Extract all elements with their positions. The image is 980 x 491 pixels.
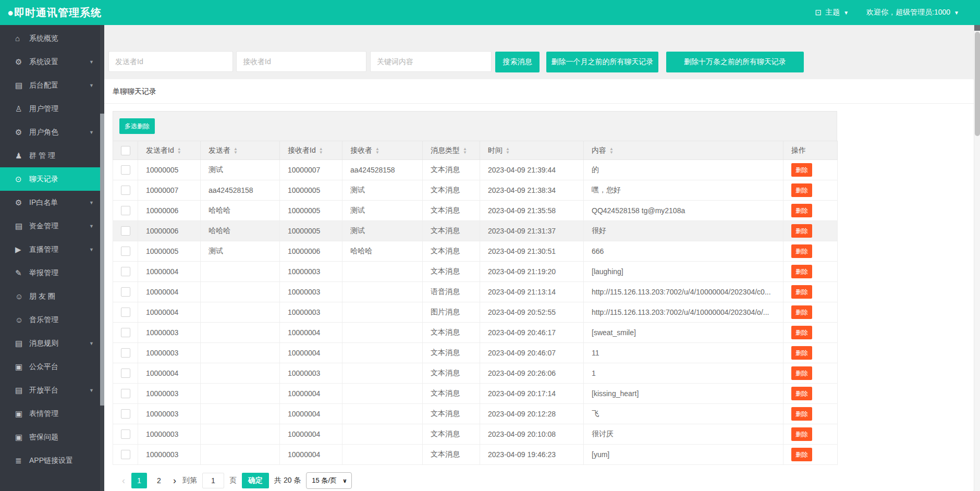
delete-row-button[interactable]: 删除 <box>791 224 812 238</box>
sort-icon[interactable]: ▲▼ <box>319 147 323 154</box>
sidebar-item-link[interactable]: ☺朋 友 圈 <box>0 285 100 308</box>
delete-row-button[interactable]: 删除 <box>791 285 812 299</box>
cell-receiver <box>342 262 423 282</box>
sidebar-item-link[interactable]: ♙用户管理 <box>0 97 100 120</box>
sidebar-item-active[interactable]: ⊙聊天记录 <box>0 167 100 191</box>
sidebar-item-link[interactable]: ▣密保问题 <box>0 425 100 449</box>
row-actions-cell: 删除 <box>783 424 838 445</box>
gear-icon: ⚙ <box>15 57 29 67</box>
prev-page-button[interactable]: ‹ <box>121 473 126 488</box>
page-number-input[interactable] <box>202 473 224 488</box>
sort-icon[interactable]: ▲▼ <box>375 147 379 154</box>
row-checkbox[interactable] <box>121 328 130 337</box>
sidebar-item-link[interactable]: ✎举报管理 <box>0 261 100 285</box>
row-checkbox[interactable] <box>121 226 130 236</box>
sidebar-item-link[interactable]: ⚙用户角色▼ <box>0 120 100 144</box>
row-actions-cell: 删除 <box>783 302 838 323</box>
delete-row-button[interactable]: 删除 <box>791 387 812 400</box>
multi-delete-button[interactable]: 多选删除 <box>119 118 155 134</box>
row-checkbox[interactable] <box>121 450 130 459</box>
row-checkbox[interactable] <box>121 165 130 175</box>
next-page-button[interactable]: › <box>172 473 177 488</box>
sidebar-item-link[interactable]: ▤开放平台▼ <box>0 378 100 402</box>
sidebar-item-link[interactable]: ☺音乐管理 <box>0 308 100 332</box>
row-checkbox[interactable] <box>121 308 130 317</box>
video-icon: ▶ <box>15 245 29 254</box>
sort-icon[interactable]: ▲▼ <box>609 147 614 154</box>
row-checkbox[interactable] <box>121 409 130 419</box>
page-number-button[interactable]: 2 <box>151 473 167 488</box>
row-checkbox[interactable] <box>121 247 130 256</box>
delete-bulk-old-button[interactable]: 删除十万条之前的所有聊天记录 <box>666 52 804 72</box>
sidebar-scrollbar-thumb[interactable] <box>100 114 104 406</box>
row-checkbox[interactable] <box>121 206 130 215</box>
user-dropdown[interactable]: 欢迎你，超级管理员:1000 ▼ <box>866 8 959 17</box>
sidebar-item-link[interactable]: ▣表情管理 <box>0 402 100 425</box>
row-checkbox[interactable] <box>121 389 130 398</box>
sort-icon[interactable]: ▲▼ <box>506 147 510 154</box>
sidebar-item-link[interactable]: ▤后台配置▼ <box>0 73 100 97</box>
cell-time: 2023-04-09 20:52:55 <box>480 302 584 323</box>
delete-row-button[interactable]: 删除 <box>791 427 812 441</box>
column-header: 发送者Id▲▼ <box>138 141 201 160</box>
delete-row-button[interactable]: 删除 <box>791 183 812 197</box>
sort-icon[interactable]: ▲▼ <box>234 147 238 154</box>
scrollbar-up-button[interactable] <box>974 25 980 31</box>
cell-sender-id: 10000004 <box>138 302 201 323</box>
theme-dropdown[interactable]: ⊡ 主题 ▼ <box>815 8 849 17</box>
cell-time: 2023-04-09 21:19:20 <box>480 262 584 282</box>
cell-type: 文本消息 <box>423 343 480 363</box>
row-checkbox[interactable] <box>121 348 130 358</box>
cell-content: [yum] <box>584 445 783 465</box>
cell-time: 2023-04-09 21:13:14 <box>480 282 584 302</box>
cell-sender <box>201 445 280 465</box>
delete-row-button[interactable]: 删除 <box>791 407 812 421</box>
sidebar-item-link[interactable]: ▶直播管理▼ <box>0 238 100 261</box>
column-header-label: 发送者Id <box>146 146 174 154</box>
sidebar-item-link[interactable]: ⚙IP白名单▼ <box>0 191 100 214</box>
sort-icon[interactable]: ▲▼ <box>463 147 467 154</box>
row-checkbox[interactable] <box>121 287 130 297</box>
delete-row-button[interactable]: 删除 <box>791 163 812 177</box>
delete-row-button[interactable]: 删除 <box>791 305 812 319</box>
sender-id-input[interactable] <box>108 51 233 72</box>
delete-row-button[interactable]: 删除 <box>791 204 812 217</box>
search-messages-button[interactable]: 搜索消息 <box>495 52 540 72</box>
select-all-checkbox[interactable] <box>121 146 130 155</box>
cell-receiver <box>342 343 423 363</box>
sidebar-item-link[interactable]: ≣APP链接设置 <box>0 449 100 472</box>
receiver-id-input[interactable] <box>236 51 366 72</box>
cell-receiver-id: 10000005 <box>280 201 342 221</box>
page-scrollbar-thumb[interactable] <box>975 32 980 136</box>
delete-row-button[interactable]: 删除 <box>791 448 812 461</box>
sidebar-item-link[interactable]: ▤资金管理▼ <box>0 214 100 238</box>
row-checkbox[interactable] <box>121 186 130 195</box>
table-row: 1000000310000004文本消息2023-04-09 20:46:071… <box>113 343 838 363</box>
sidebar-item-link[interactable]: ▣公众平台 <box>0 355 100 378</box>
delete-month-old-button[interactable]: 删除一个月之前的所有聊天记录 <box>546 52 658 72</box>
page-number-button[interactable]: 1 <box>131 473 147 488</box>
cell-sender-id: 10000003 <box>138 323 201 343</box>
delete-row-button[interactable]: 删除 <box>791 265 812 278</box>
cell-receiver-id: 10000004 <box>280 384 342 404</box>
sidebar-item-label: 系统设置 <box>29 57 58 67</box>
delete-row-button[interactable]: 删除 <box>791 326 812 339</box>
delete-row-button[interactable]: 删除 <box>791 366 812 380</box>
sidebar-item-link[interactable]: ⚙系统设置▼ <box>0 50 100 73</box>
row-checkbox[interactable] <box>121 429 130 439</box>
page-size-select[interactable]: 15 条/页 ∨ <box>306 472 352 489</box>
cell-type: 文本消息 <box>423 404 480 424</box>
sidebar-item-link[interactable]: ⌂系统概览 <box>0 27 100 50</box>
row-checkbox[interactable] <box>121 267 130 276</box>
keyword-input[interactable] <box>370 51 492 72</box>
table-row: 1000000410000003图片消息2023-04-09 20:52:55h… <box>113 302 838 323</box>
cell-sender-id: 10000005 <box>138 241 201 262</box>
row-checkbox-cell <box>113 262 138 282</box>
delete-row-button[interactable]: 删除 <box>791 244 812 258</box>
sidebar-item-link[interactable]: ♟群 管 理 <box>0 144 100 167</box>
delete-row-button[interactable]: 删除 <box>791 346 812 360</box>
sort-icon[interactable]: ▲▼ <box>177 147 181 154</box>
confirm-page-button[interactable]: 确定 <box>242 473 269 488</box>
sidebar-item-link[interactable]: ▤消息规则▼ <box>0 332 100 355</box>
row-checkbox[interactable] <box>121 369 130 378</box>
